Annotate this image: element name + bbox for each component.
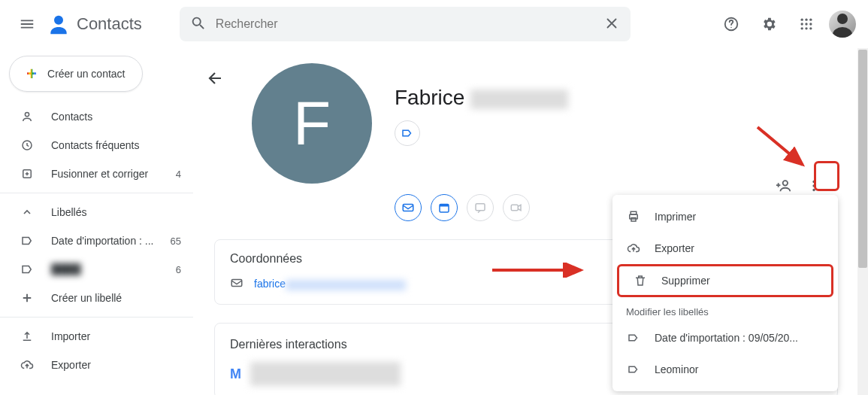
- svg-point-15: [783, 181, 788, 185]
- email-action[interactable]: [395, 194, 422, 221]
- settings-button[interactable]: [754, 9, 784, 39]
- merge-icon: [20, 166, 35, 181]
- scrollbar[interactable]: [857, 48, 868, 395]
- more-options-menu: Imprimer Exporter Supprimer Modifier les…: [612, 195, 838, 391]
- svg-rect-23: [511, 205, 518, 211]
- calendar-action[interactable]: [431, 194, 458, 221]
- cloud-upload-icon: [20, 357, 35, 372]
- contact-avatar: F: [252, 63, 372, 184]
- create-contact-button[interactable]: + Créer un contact: [9, 56, 143, 92]
- svg-point-3: [801, 19, 803, 21]
- chat-action[interactable]: [467, 194, 494, 221]
- app-logo[interactable]: Contacts: [45, 11, 142, 38]
- nav-label-redacted[interactable]: ████ 6: [0, 255, 193, 284]
- arrow-left-icon: [207, 69, 225, 87]
- search-icon: [190, 15, 207, 34]
- search-clear-button[interactable]: [603, 15, 620, 34]
- search-bar[interactable]: [180, 7, 631, 41]
- more-vertical-icon: [806, 178, 822, 194]
- svg-point-10: [805, 27, 807, 29]
- app-title: Contacts: [77, 14, 142, 34]
- svg-point-12: [25, 112, 29, 116]
- person-icon: [20, 109, 35, 124]
- trash-icon: [633, 274, 648, 287]
- menu-print[interactable]: Imprimer: [612, 201, 838, 232]
- nav-import[interactable]: Importer: [0, 322, 193, 351]
- nav-labels-header[interactable]: Libellés: [0, 198, 193, 226]
- nav-export[interactable]: Exporter: [0, 351, 193, 379]
- content-area: F Fabrice Coordonnées f: [199, 48, 868, 395]
- plus-icon: [20, 290, 35, 305]
- video-icon: [510, 201, 523, 214]
- back-button[interactable]: [207, 69, 225, 90]
- cloud-upload-icon: [626, 242, 641, 255]
- gear-icon: [761, 16, 777, 32]
- email-icon: [401, 201, 415, 214]
- svg-point-2: [730, 27, 731, 28]
- label-icon: [20, 262, 35, 277]
- svg-point-9: [801, 27, 803, 29]
- sidebar: + Créer un contact Contacts Contacts fré…: [0, 48, 199, 395]
- account-avatar[interactable]: [829, 11, 856, 38]
- nav-contacts[interactable]: Contacts: [0, 102, 193, 131]
- svg-rect-22: [476, 204, 485, 211]
- label-icon: [626, 363, 641, 376]
- menu-label-leominor[interactable]: Leominor: [612, 354, 838, 385]
- svg-point-5: [809, 19, 812, 21]
- add-label-chip[interactable]: [395, 120, 420, 146]
- menu-modify-labels-header: Modifier les libellés: [612, 297, 838, 322]
- svg-point-0: [54, 16, 63, 25]
- gmail-icon: M: [230, 366, 241, 382]
- chevron-up-icon: [20, 205, 35, 220]
- label-icon: [20, 233, 35, 248]
- nav-frequent[interactable]: Contacts fréquents: [0, 131, 193, 160]
- svg-point-16: [812, 181, 815, 183]
- svg-point-18: [812, 189, 815, 191]
- main-menu-button[interactable]: [12, 9, 42, 39]
- label-icon: [626, 331, 641, 345]
- hamburger-icon: [19, 16, 35, 32]
- email-icon: [230, 276, 243, 292]
- help-icon: [723, 16, 739, 32]
- calendar-icon: [437, 201, 451, 214]
- create-contact-label: Créer un contact: [47, 68, 126, 80]
- redacted-name: [470, 90, 568, 109]
- print-icon: [626, 210, 641, 223]
- menu-label-import-date[interactable]: Date d'importation : 09/05/20...: [612, 322, 838, 354]
- svg-point-7: [805, 23, 807, 25]
- svg-point-8: [809, 23, 812, 25]
- nav-label-import-date[interactable]: Date d'importation : ... 65: [0, 226, 193, 255]
- menu-delete[interactable]: Supprimer: [617, 264, 833, 297]
- svg-rect-24: [231, 280, 242, 287]
- svg-point-4: [805, 19, 807, 21]
- contact-name: Fabrice: [395, 86, 568, 110]
- label-outline-icon: [401, 126, 414, 140]
- contacts-logo-icon: [45, 11, 72, 38]
- search-input[interactable]: [216, 17, 603, 31]
- svg-rect-21: [440, 205, 449, 207]
- nav-create-label[interactable]: Créer un libellé: [0, 284, 193, 312]
- svg-rect-19: [403, 205, 413, 211]
- history-icon: [20, 138, 35, 153]
- nav-merge[interactable]: Fusionner et corriger 4: [0, 160, 193, 188]
- close-icon: [603, 15, 620, 32]
- menu-export[interactable]: Exporter: [612, 232, 838, 264]
- help-button[interactable]: [716, 9, 746, 39]
- chat-icon: [473, 201, 487, 214]
- video-action[interactable]: [503, 194, 530, 221]
- svg-point-6: [801, 23, 803, 25]
- scrollbar-thumb[interactable]: [858, 50, 867, 268]
- redacted-email: [286, 280, 406, 290]
- redacted-interaction: [250, 362, 401, 386]
- svg-point-17: [812, 184, 815, 187]
- upload-icon: [20, 329, 35, 344]
- person-add-icon: [776, 178, 792, 194]
- contact-email[interactable]: fabrice: [254, 278, 406, 290]
- plus-icon: +: [26, 65, 37, 83]
- apps-button[interactable]: [791, 9, 821, 39]
- apps-grid-icon: [799, 17, 814, 32]
- interactions-title: Dernières interactions: [230, 338, 347, 351]
- svg-point-11: [809, 27, 812, 29]
